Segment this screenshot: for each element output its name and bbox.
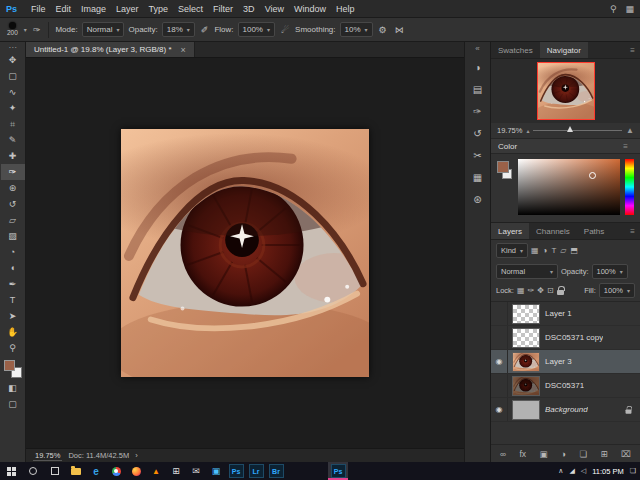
network-icon[interactable]: ◢ [569,467,574,475]
color-picker-marker[interactable] [589,172,596,179]
delete-layer-icon[interactable]: ⌧ [621,449,631,459]
adjustment-layer-icon[interactable]: ◑ [561,449,566,459]
add-mask-icon[interactable]: ▣ [540,449,548,459]
history-brush-tool[interactable]: ↺ [1,196,25,212]
properties-panel-icon[interactable]: ▤ [467,78,489,100]
brush-tool[interactable]: ✑ [1,164,25,180]
taskbar-lightroom[interactable]: Lr [246,462,266,480]
layer-name[interactable]: DSC05371 copy [545,333,603,342]
navigator-panel-menu-icon[interactable]: ≡ [630,42,640,58]
pen-tool[interactable]: ✒ [1,276,25,292]
layer-row-dsc05371-copy[interactable]: DSC05371 copy [491,326,640,350]
visibility-toggle[interactable] [491,302,508,325]
color-panel-swatches[interactable] [497,159,513,215]
foreground-background-swatches[interactable] [4,360,22,378]
lasso-tool[interactable]: ∿ [1,84,25,100]
marquee-tool[interactable]: ▢ [1,68,25,84]
visibility-toggle[interactable] [491,326,508,349]
tab-paths[interactable]: Paths [577,223,611,239]
zoom-in-icon[interactable]: ▲ [626,126,634,135]
taskbar-file-explorer[interactable] [66,462,86,480]
eraser-tool[interactable]: ▱ [1,212,25,228]
layer-row-layer1[interactable]: Layer 1 [491,302,640,326]
lock-artboard-icon[interactable]: ⊡ [547,286,554,295]
menu-image[interactable]: Image [76,4,111,14]
start-button[interactable] [0,462,22,480]
filter-pixel-layers-icon[interactable]: ▦ [531,246,539,255]
scissors-panel-icon[interactable]: ✂ [467,144,489,166]
clone-stamp-tool[interactable]: ⊛ [1,180,25,196]
taskbar-photoshop-pinned[interactable]: Ps [226,462,246,480]
cortana-search-button[interactable] [22,462,44,480]
flow-input[interactable]: 100% ▾ [238,22,275,37]
menu-layer[interactable]: Layer [111,4,144,14]
lock-position-icon[interactable]: ✥ [537,286,544,295]
gradient-tool[interactable]: ▨ [1,228,25,244]
taskbar-bridge[interactable]: Br [266,462,286,480]
smoothing-gear-icon[interactable]: ⚙ [377,25,389,35]
layer-thumbnail[interactable] [513,377,539,395]
taskbar-photos[interactable]: ▣ [206,462,226,480]
navigator-zoom-value[interactable]: 19.75% [497,126,522,135]
layer-row-layer3[interactable]: ◉ Layer 3 [491,350,640,374]
hue-slider[interactable] [625,159,634,215]
type-tool[interactable]: T [1,292,25,308]
menu-filter[interactable]: Filter [208,4,238,14]
taskbar-store[interactable]: ⊞ [166,462,186,480]
task-view-button[interactable] [44,462,66,480]
quick-mask-button[interactable]: ◧ [1,380,25,396]
artwork-eye-painting[interactable] [121,129,369,377]
menu-window[interactable]: Window [289,4,331,14]
brush-settings-toggle-icon[interactable]: ✑ [31,25,43,35]
layers-panel-menu-icon[interactable]: ≡ [630,223,640,239]
workspace-switcher-icon[interactable]: ▦ [625,4,634,14]
layer-fill-input[interactable]: 100% ▾ [599,283,635,298]
action-center-icon[interactable]: ❏ [630,467,636,475]
zoom-out-icon[interactable]: ▴ [526,127,529,134]
close-document-icon[interactable]: × [181,45,186,55]
zoom-level-field[interactable]: 19.75% [33,451,62,461]
menu-3d[interactable]: 3D [238,4,260,14]
layer-filter-kind-select[interactable]: Kind ▾ [496,243,528,258]
taskbar-edge[interactable]: e [86,462,106,480]
tray-hidden-icons-chevron[interactable]: ∧ [558,467,563,475]
menu-edit[interactable]: Edit [51,4,77,14]
filter-adjustment-layers-icon[interactable]: ◑ [543,246,548,255]
opacity-input[interactable]: 18% ▾ [162,22,195,37]
patterns-panel-icon[interactable]: ▦ [467,166,489,188]
layer-blend-mode-select[interactable]: Normal ▾ [496,264,558,279]
menu-view[interactable]: View [260,4,289,14]
visibility-toggle[interactable] [491,374,508,397]
brush-preset-caret-icon[interactable]: ▾ [24,26,27,33]
hand-tool[interactable]: ✋ [1,324,25,340]
tab-navigator[interactable]: Navigator [540,42,588,58]
filter-type-layers-icon[interactable]: T [551,246,556,255]
move-tool[interactable]: ✥ [1,52,25,68]
menu-type[interactable]: Type [144,4,174,14]
new-group-icon[interactable]: ❏ [580,449,588,459]
layer-row-dsc05371[interactable]: DSC05371 [491,374,640,398]
taskbar-clock[interactable]: 11:05 PM [592,467,624,476]
layer-thumbnail[interactable] [513,401,539,419]
clone-source-panel-icon[interactable]: ⊛ [467,188,489,210]
foreground-color-swatch[interactable] [4,360,15,371]
smoothing-input[interactable]: 10% ▾ [340,22,373,37]
layer-name[interactable]: Layer 1 [545,309,572,318]
volume-icon[interactable]: ◁ [581,467,586,475]
taskbar-vlc[interactable]: ▲ [146,462,166,480]
eyedropper-tool[interactable]: ✎ [1,132,25,148]
visibility-toggle[interactable]: ◉ [491,350,508,373]
link-layers-icon[interactable]: ∞ [500,449,506,459]
symmetry-icon[interactable]: ⋈ [393,25,406,35]
history-panel-icon[interactable]: ↺ [467,122,489,144]
layer-name[interactable]: Background [545,405,588,414]
brush-settings-panel-icon[interactable]: ✑ [467,100,489,122]
status-chevron-icon[interactable]: › [135,451,138,460]
filter-shape-layers-icon[interactable]: ▱ [560,246,566,255]
visibility-toggle[interactable]: ◉ [491,398,508,421]
taskbar-mail[interactable]: ✉ [186,462,206,480]
new-layer-icon[interactable]: ⊞ [601,449,608,459]
lock-transparency-icon[interactable]: ▦ [517,286,525,295]
zoom-slider-thumb[interactable] [567,126,573,132]
screen-mode-button[interactable]: ▢ [1,396,25,412]
